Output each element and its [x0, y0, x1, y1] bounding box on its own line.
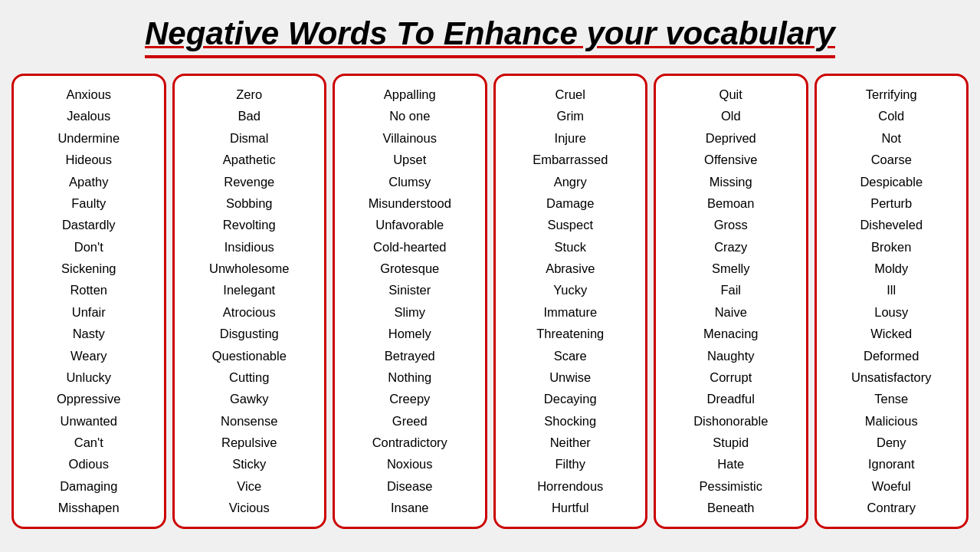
word-item: Appalling: [384, 84, 436, 105]
word-item: Dishonorable: [693, 410, 768, 432]
word-item: Villainous: [383, 127, 437, 149]
word-item: Disease: [387, 475, 433, 497]
word-item: Yucky: [553, 279, 587, 301]
word-item: Dastardly: [62, 214, 116, 235]
word-item: Zero: [236, 84, 262, 105]
word-item: Ill: [887, 279, 896, 301]
word-item: Not: [881, 127, 901, 149]
word-item: Vicious: [229, 497, 270, 518]
word-item: Nothing: [388, 366, 431, 388]
word-item: Unfair: [72, 301, 106, 323]
word-item: Quit: [719, 84, 742, 105]
word-item: Naughty: [707, 345, 754, 366]
word-item: Unwise: [549, 366, 591, 388]
word-item: Deprived: [706, 127, 756, 149]
word-item: Lousy: [874, 301, 908, 323]
word-item: Dismal: [230, 127, 268, 149]
word-item: Insane: [391, 497, 429, 518]
word-item: Jealous: [67, 105, 110, 127]
word-item: Gawky: [230, 388, 268, 409]
word-item: Offensive: [704, 149, 757, 170]
word-column-col1: AnxiousJealousUndermineHideousApathyFaul…: [11, 74, 166, 529]
word-item: Scare: [554, 345, 587, 366]
word-item: Unsatisfactory: [851, 366, 932, 388]
word-item: Cruel: [556, 84, 585, 105]
word-item: Can't: [74, 432, 103, 453]
title-container: Negative Words To Enhance your vocabular…: [11, 8, 969, 64]
word-column-col6: TerrifyingColdNotCoarseDespicablePerturb…: [814, 74, 969, 529]
word-item: Shocking: [544, 410, 596, 432]
word-item: Vice: [237, 475, 261, 497]
word-item: Corrupt: [710, 366, 752, 388]
word-item: Horrendous: [537, 475, 603, 497]
word-item: Injure: [555, 127, 586, 149]
word-item: Sobbing: [226, 192, 273, 214]
word-item: Beneath: [707, 497, 754, 518]
word-item: Cutting: [229, 366, 269, 388]
word-item: Moldy: [874, 258, 908, 279]
word-item: Deformed: [864, 345, 919, 366]
word-item: Filthy: [556, 453, 585, 475]
word-item: Repulsive: [221, 432, 277, 453]
word-item: Malicious: [865, 410, 918, 432]
word-item: Atrocious: [223, 301, 276, 323]
columns-container: AnxiousJealousUndermineHideousApathyFaul…: [11, 74, 969, 529]
word-item: Despicable: [860, 171, 923, 192]
word-item: Immature: [543, 301, 597, 323]
word-column-col2: ZeroBadDismalApatheticRevengeSobbingRevo…: [172, 74, 327, 529]
word-item: Deny: [877, 432, 906, 453]
word-item: Perturb: [870, 192, 912, 214]
word-item: Old: [721, 105, 741, 127]
word-item: Nasty: [73, 323, 105, 344]
word-item: Unwholesome: [209, 258, 290, 279]
word-item: Ignorant: [868, 453, 915, 475]
word-item: Sinister: [388, 279, 431, 301]
word-item: Rotten: [70, 279, 107, 301]
word-item: Fail: [720, 279, 741, 301]
word-item: Dreadful: [707, 388, 755, 409]
word-item: Clumsy: [388, 171, 431, 192]
word-item: Insidious: [225, 236, 274, 258]
word-item: Questionable: [212, 345, 287, 366]
word-item: Unfavorable: [375, 214, 444, 235]
word-item: Disgusting: [220, 323, 279, 344]
word-item: Gross: [714, 214, 748, 235]
word-item: Upset: [393, 149, 426, 170]
word-item: Disheveled: [860, 214, 923, 235]
word-item: Weary: [70, 345, 107, 366]
word-item: Noxious: [387, 453, 433, 475]
word-item: Stuck: [555, 236, 586, 258]
word-item: Woeful: [872, 475, 911, 497]
word-item: Menacing: [703, 323, 759, 344]
word-item: Neither: [550, 432, 591, 453]
word-item: Decaying: [544, 388, 597, 409]
word-item: Oppressive: [57, 388, 120, 409]
word-item: Apathetic: [223, 149, 276, 170]
word-item: Sickening: [61, 258, 116, 279]
word-item: Faulty: [71, 192, 106, 214]
word-item: Revolting: [223, 214, 276, 235]
word-column-col3: AppallingNo oneVillainousUpsetClumsyMisu…: [333, 74, 487, 529]
word-item: Homely: [388, 323, 431, 344]
word-item: Undermine: [57, 127, 120, 149]
word-item: Unwanted: [61, 410, 117, 432]
word-column-col4: CruelGrimInjureEmbarrassedAngryDamageSus…: [493, 74, 648, 529]
page-title: Negative Words To Enhance your vocabular…: [145, 15, 835, 58]
word-item: Crazy: [714, 236, 747, 258]
word-item: Slimy: [395, 301, 425, 323]
word-item: Stupid: [713, 432, 749, 453]
word-item: Embarrassed: [533, 149, 608, 170]
word-item: Cold-hearted: [373, 236, 446, 258]
word-item: Coarse: [871, 149, 912, 170]
word-item: Odious: [69, 453, 109, 475]
word-item: Grim: [556, 105, 584, 127]
word-item: Misshapen: [58, 497, 120, 518]
word-item: Tense: [874, 388, 908, 409]
word-item: Bemoan: [707, 192, 754, 214]
word-item: Damage: [546, 192, 594, 214]
word-item: Abrasive: [546, 258, 595, 279]
word-item: Greed: [392, 410, 428, 432]
word-item: Cold: [878, 105, 904, 127]
word-item: No one: [389, 105, 430, 127]
word-item: Grotesque: [380, 258, 439, 279]
